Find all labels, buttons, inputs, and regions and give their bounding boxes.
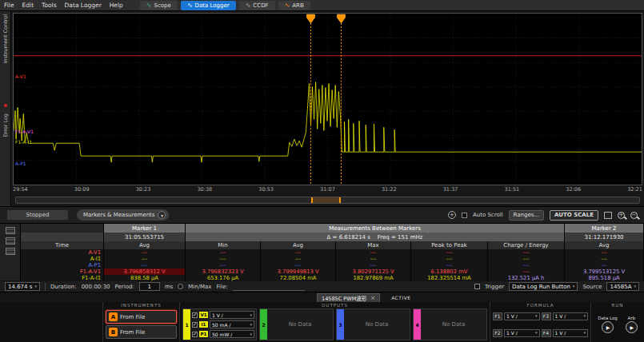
x-tick-label: 30:09 xyxy=(74,186,90,194)
trigger-source-dropdown[interactable]: Data Log Run Button ▾ xyxy=(509,282,578,291)
minmax-radio[interactable] xyxy=(178,284,183,289)
x-tick-label: 32:21 xyxy=(627,186,642,194)
period-input[interactable] xyxy=(139,282,160,291)
auto-scale-button[interactable]: AUTO SCALE xyxy=(550,210,598,221)
datalog-options-row: 14.674 s ▾ Duration: 000:00:30 Period: m… xyxy=(0,281,644,292)
param-checkbox[interactable]: ✓ xyxy=(192,322,198,328)
formula-f1[interactable]: F11 V /▾ xyxy=(493,312,540,320)
param-scale-dropdown[interactable]: 1 V /▾ xyxy=(210,311,254,319)
markers-measurements-menu[interactable]: Markers & Measurements ▾ xyxy=(77,209,169,221)
formula-chip: F4 xyxy=(542,329,551,337)
instrument-a-button[interactable]: AFrom File xyxy=(106,310,177,324)
annotate-icon[interactable] xyxy=(604,212,612,219)
param-scale-dropdown[interactable]: 50 mA /▾ xyxy=(210,320,254,328)
waveform-plot[interactable]: A-V1F1-A-V1F1-A-I1A-P1 xyxy=(13,13,642,185)
measurement-cell: 6.138802 mV xyxy=(411,268,488,275)
scrollbar-track[interactable] xyxy=(15,197,640,204)
menu-item-file[interactable]: File xyxy=(4,2,14,9)
timeline-scrollbar[interactable] xyxy=(13,194,642,206)
menu-item-data-logger[interactable]: Data Logger xyxy=(65,2,102,9)
top-tabs: ∿Scope∿Data Logger∿CCDF∿ARB xyxy=(140,1,310,10)
error-log-tab[interactable]: Error Log xyxy=(2,113,9,137)
menu-item-help[interactable]: Help xyxy=(110,2,123,9)
instrument-buttons: AFrom FileBFrom File xyxy=(106,308,177,340)
stopped-button[interactable]: Stopped xyxy=(6,209,69,221)
bottom-panel: INSTRUMENTS AFrom FileBFrom File OUTPUTS… xyxy=(0,302,644,342)
outputs-header: OUTPUTS xyxy=(182,303,487,308)
marker-table-icon[interactable] xyxy=(6,237,15,245)
between-markers-title: Measurements Between Markers xyxy=(186,224,565,233)
output-channel-3[interactable]: 3No Data xyxy=(336,308,410,340)
formula-f4[interactable]: F41 V /▾ xyxy=(542,329,589,337)
table-row[interactable]: A-V1--------------------- xyxy=(0,249,644,256)
chevron-down-icon: ▾ xyxy=(634,284,636,288)
formula-f3[interactable]: F31 V /▾ xyxy=(542,312,589,320)
table-row[interactable]: F1-A-V13.796858312 V3.796832323 V3.79994… xyxy=(0,268,644,275)
measurement-cell: 3.796858312 V xyxy=(104,268,186,275)
measurement-cell: --- xyxy=(336,256,411,262)
formula-scale-dropdown[interactable]: 1 V /▾ xyxy=(504,329,540,337)
output-channel-2[interactable]: 2No Data xyxy=(259,308,334,340)
output-channel-4[interactable]: 4No Data xyxy=(413,308,487,340)
formula-scale-dropdown[interactable]: 1 V /▾ xyxy=(553,329,589,337)
file-field[interactable] xyxy=(233,283,305,291)
measurement-cell: --- xyxy=(336,249,411,256)
no-data-label: No Data xyxy=(344,309,410,340)
table-row[interactable]: A-P1--------------------- xyxy=(0,262,644,268)
run-buttons: Data Log▶Arb▶ xyxy=(594,308,642,340)
formula-scale-dropdown[interactable]: 1 V /▾ xyxy=(504,312,540,320)
measurement-grid-icon[interactable] xyxy=(6,248,15,255)
formula-scale-dropdown[interactable]: 1 V /▾ xyxy=(553,312,589,320)
close-icon[interactable]: × xyxy=(370,296,375,301)
tab-data-logger[interactable]: ∿Data Logger xyxy=(181,1,236,10)
zoom-out-icon[interactable]: − xyxy=(630,212,638,219)
chart-toolbar: Stopped Markers & Measurements ▾ + Auto … xyxy=(0,206,644,224)
run-button-label: Data Log xyxy=(598,316,618,320)
formula-chip: F2 xyxy=(493,329,502,337)
channel-param-row: ✓I150 mA /▾ xyxy=(192,320,254,329)
play-button[interactable]: ▶ xyxy=(626,321,638,333)
time-span-value: 14.674 s xyxy=(8,284,32,290)
trigger-checkbox[interactable] xyxy=(474,284,480,289)
left-rail: Instrument Control Error Log xyxy=(0,11,11,206)
param-checkbox[interactable]: ✓ xyxy=(192,332,198,337)
table-row[interactable]: A-I1--------------------- xyxy=(0,256,644,262)
menu-item-edit[interactable]: Edit xyxy=(22,2,34,9)
output-channels: 1✓V11 V /▾✓I150 mA /▾✓P150 mW /▾2No Data… xyxy=(182,308,487,340)
channel-number: 2 xyxy=(260,309,267,340)
param-scale-dropdown[interactable]: 50 mW /▾ xyxy=(210,330,254,338)
formula-scale-value: 1 V / xyxy=(506,330,518,336)
chevron-down-icon[interactable]: ▾ xyxy=(158,211,166,219)
formula-f2[interactable]: F21 V /▾ xyxy=(493,329,540,337)
tab-arb[interactable]: ∿ARB xyxy=(278,1,310,10)
auto-scroll-checkbox[interactable] xyxy=(462,213,467,218)
measurements-table: Marker 1 Measurements Between Markers Ma… xyxy=(0,224,644,281)
formula-header: FORMULA xyxy=(493,303,588,308)
menu-item-tools[interactable]: Tools xyxy=(42,2,56,9)
table-row[interactable]: F1-A-I1838.58 µA653.176 µA72.08504 mA182… xyxy=(0,275,644,281)
play-button[interactable]: ▶ xyxy=(602,321,614,333)
channel-param-row: ✓P150 mW /▾ xyxy=(192,330,254,339)
instrument-badge: B xyxy=(109,328,118,336)
ranges-button[interactable]: Ranges... xyxy=(509,210,545,221)
tab-ccdf[interactable]: ∿CCDF xyxy=(239,1,275,10)
source-dropdown[interactable]: 14585A ▾ xyxy=(606,282,639,291)
output-channel-1[interactable]: 1✓V11 V /▾✓I150 mA /▾✓P150 mW /▾ xyxy=(182,308,257,340)
instrument-b-button[interactable]: BFrom File xyxy=(106,325,177,339)
time-span-dropdown[interactable]: 14.674 s ▾ xyxy=(5,282,40,291)
instruments-section: INSTRUMENTS AFrom FileBFrom File xyxy=(102,302,179,342)
zoom-in-icon[interactable]: + xyxy=(618,212,625,219)
param-checkbox[interactable]: ✓ xyxy=(192,312,198,318)
marker-range-indicator[interactable] xyxy=(311,197,342,203)
tools-icon[interactable] xyxy=(6,227,15,234)
chevron-down-icon: ▾ xyxy=(250,313,252,317)
chevron-down-icon: ▾ xyxy=(583,314,586,318)
measurement-cell: --- xyxy=(488,249,565,256)
channel-number: 3 xyxy=(337,309,344,340)
instrument-control-tab[interactable]: Instrument Control xyxy=(2,14,9,63)
tab-label: ARB xyxy=(292,2,303,9)
pan-target-icon[interactable]: + xyxy=(448,211,456,219)
document-tab[interactable]: 14585C PWM波形 × xyxy=(317,293,380,302)
tab-scope[interactable]: ∿Scope xyxy=(140,1,178,10)
chart-region: Instrument Control Error Log A-V1F1-A-V1… xyxy=(0,11,644,206)
